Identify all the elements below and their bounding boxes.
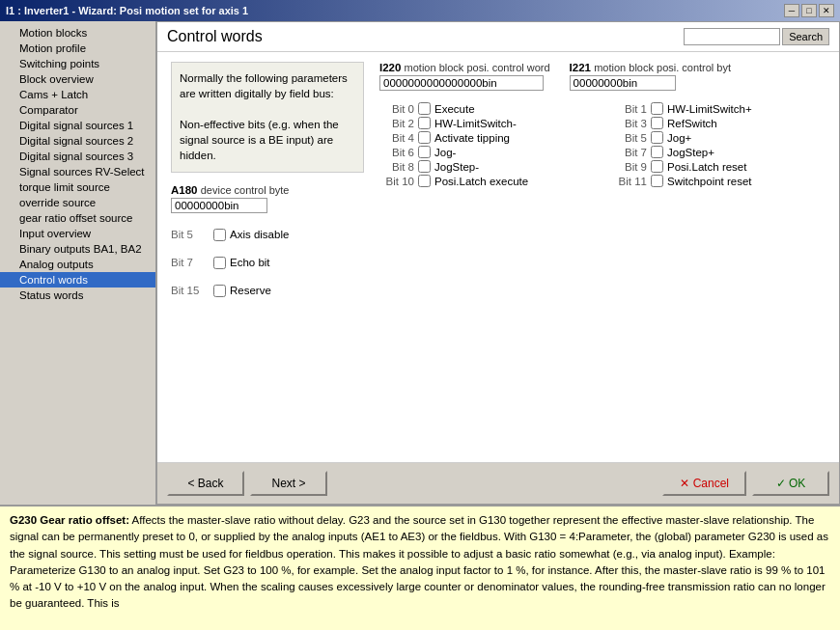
cancel-label: Cancel [693, 477, 729, 490]
sidebar-item-torque-limit-source[interactable]: torque limit source [0, 179, 155, 195]
header-search: Search [684, 28, 829, 45]
sidebar-item-binary-outputs[interactable]: Binary outputs BA1, BA2 [0, 241, 155, 257]
bit-entry-7: Bit 7 JogStep+ [612, 146, 826, 158]
bit-check-4[interactable] [418, 131, 431, 144]
bit-check-3[interactable] [651, 117, 663, 129]
register-desc-0: motion block posi. control word [405, 62, 550, 73]
bit-entry-5: Bit 5 Jog+ [612, 131, 826, 144]
panel-title: Control words [167, 28, 263, 45]
register-label-1: I221 motion block posi. control byt [570, 62, 731, 73]
title-bar: I1 : Inverter1 - Wizard: Posi motion set… [0, 0, 840, 21]
right-column: I220 motion block posi. control word I22… [379, 62, 826, 452]
extra-bit-text-2: Reserve [230, 285, 271, 296]
a180-code: A180 [171, 184, 198, 196]
register-label-0: I220 motion block posi. control word [379, 62, 550, 73]
minimize-button[interactable]: ─ [784, 4, 799, 17]
bit-num-3: Bit 3 [612, 118, 647, 129]
bit-check-9[interactable] [651, 160, 663, 173]
register-code-0: I220 [379, 62, 401, 73]
extra-bit-num-1: Bit 7 [171, 257, 210, 268]
bit-num-1: Bit 1 [612, 103, 647, 115]
register-desc-1: motion block posi. control byt [594, 62, 731, 73]
bit-entry-0: Bit 0 Execute [379, 102, 593, 115]
bit-check-11[interactable] [651, 175, 663, 187]
sidebar-item-block-overview[interactable]: Block overview [0, 71, 155, 87]
close-button[interactable]: ✕ [819, 4, 834, 17]
bit-check-2[interactable] [418, 117, 431, 129]
cancel-button[interactable]: ✕ Cancel [662, 471, 746, 496]
extra-bit-0: Bit 5 Axis disable [171, 229, 364, 241]
extra-bit-text-1: Echo bit [230, 257, 270, 268]
sidebar-item-digital-signal-sources-3[interactable]: Digital signal sources 3 [0, 149, 155, 164]
sidebar-item-cams-latch[interactable]: Cams + Latch [0, 87, 155, 102]
register-input-1[interactable] [570, 75, 676, 91]
info-text: Normally the following parameters are wr… [180, 72, 348, 161]
bottom-info-title: G230 [10, 514, 37, 526]
content-area: Motion blocksMotion profileSwitching poi… [0, 21, 840, 505]
sidebar-item-digital-signal-sources-2[interactable]: Digital signal sources 2 [0, 133, 155, 149]
bit-check-7[interactable] [651, 146, 663, 158]
bit-check-0[interactable] [418, 102, 431, 115]
sidebar-item-digital-signal-sources-1[interactable]: Digital signal sources 1 [0, 118, 155, 133]
register-item-0: I220 motion block posi. control word [379, 62, 550, 91]
bit-check-5[interactable] [651, 131, 663, 144]
a180-input[interactable] [171, 198, 267, 213]
bits-list: Bit 0 Execute Bit 1 HW-LimitSwitch+ Bit … [379, 102, 826, 187]
register-item-1: I221 motion block posi. control byt [570, 62, 731, 91]
sidebar-item-motion-blocks[interactable]: Motion blocks [0, 25, 155, 41]
extra-bit-num-2: Bit 15 [171, 285, 210, 296]
right-panel: Control words Search Normally the follow… [156, 21, 840, 505]
register-input-0[interactable] [379, 75, 544, 91]
sidebar-item-signal-sources-rv-select[interactable]: Signal sources RV-Select [0, 164, 155, 179]
bit-text-8: JogStep- [434, 161, 479, 173]
bit-check-1[interactable] [651, 102, 663, 115]
bit-text-9: Posi.Latch reset [667, 161, 746, 173]
title-bar-buttons: ─ □ ✕ [784, 4, 834, 17]
sidebar-item-switching-points[interactable]: Switching points [0, 56, 155, 71]
nav-buttons: < Back Next > ✕ Cancel ✓ OK [157, 462, 839, 504]
bit-num-11: Bit 11 [612, 176, 647, 187]
bit-entry-9: Bit 9 Posi.Latch reset [612, 160, 826, 173]
sidebar-item-comparator[interactable]: Comparator [0, 102, 155, 118]
bit-text-4: Activate tipping [434, 132, 510, 144]
extra-bit-check-1[interactable] [213, 257, 226, 269]
sidebar-item-motion-profile[interactable]: Motion profile [0, 41, 155, 56]
sidebar-item-control-words[interactable]: Control words [0, 272, 155, 288]
left-column: Normally the following parameters are wr… [171, 62, 364, 452]
bit-text-5: Jog+ [667, 132, 691, 144]
extra-bit-check-0[interactable] [213, 229, 226, 241]
bit-check-10[interactable] [418, 175, 431, 187]
bit-num-2: Bit 2 [379, 118, 414, 129]
back-button[interactable]: < Back [167, 471, 244, 496]
extra-bit-num-0: Bit 5 [171, 229, 210, 240]
nav-left: < Back Next > [167, 471, 327, 496]
sidebar-item-override-source[interactable]: override source [0, 195, 155, 210]
sidebar-item-gear-ratio-offset-source[interactable]: gear ratio offset source [0, 210, 155, 226]
bit-num-0: Bit 0 [379, 103, 414, 115]
sidebar-item-status-words[interactable]: Status words [0, 288, 155, 303]
maximize-button[interactable]: □ [801, 4, 817, 17]
bit-text-3: RefSwitch [667, 118, 717, 129]
ok-button[interactable]: ✓ OK [752, 471, 829, 496]
search-button[interactable]: Search [782, 28, 829, 45]
extra-bit-check-2[interactable] [213, 285, 226, 297]
bit-check-6[interactable] [418, 146, 431, 158]
bit-text-11: Switchpoint reset [667, 176, 752, 187]
next-button[interactable]: Next > [250, 471, 327, 496]
bit-num-10: Bit 10 [379, 176, 414, 187]
ok-icon: ✓ [776, 477, 786, 490]
sidebar-item-input-overview[interactable]: Input overview [0, 226, 155, 241]
nav-right: ✕ Cancel ✓ OK [662, 471, 829, 496]
bit-check-8[interactable] [418, 160, 431, 173]
bit-entry-6: Bit 6 Jog- [379, 146, 593, 158]
bit-text-0: Execute [434, 103, 475, 115]
search-input[interactable] [684, 28, 780, 45]
bit-entry-8: Bit 8 JogStep- [379, 160, 593, 173]
bit-num-6: Bit 6 [379, 147, 414, 158]
sidebar: Motion blocksMotion profileSwitching poi… [0, 21, 156, 505]
bit-num-8: Bit 8 [379, 161, 414, 173]
bit-entry-2: Bit 2 HW-LimitSwitch- [379, 117, 593, 129]
bit-num-7: Bit 7 [612, 147, 647, 158]
sidebar-item-analog-outputs[interactable]: Analog outputs [0, 257, 155, 272]
bit-text-7: JogStep+ [667, 147, 714, 158]
